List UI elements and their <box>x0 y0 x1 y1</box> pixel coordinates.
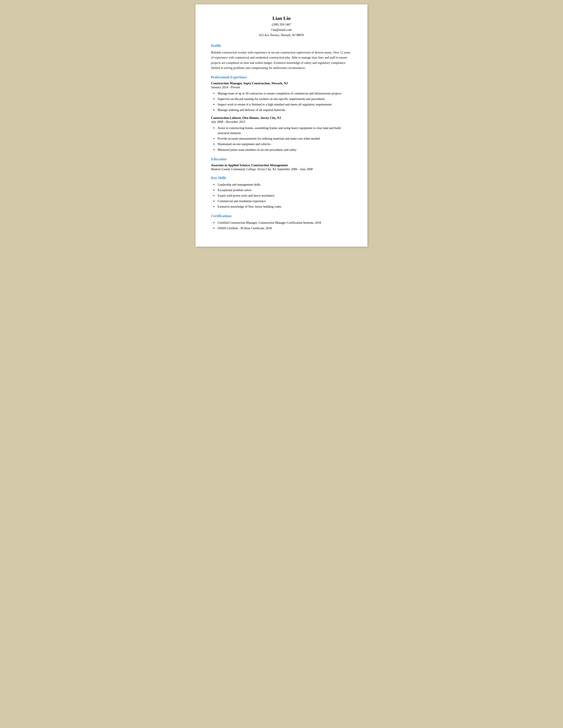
list-item: Commercial and residential experience <box>213 199 352 204</box>
list-item: Maintained on-site equipment and vehicle… <box>213 142 352 147</box>
list-item: Supervise on-the-job training for worker… <box>213 96 352 102</box>
resume-header: Lian Liu (208) 359-1467 l.liu@email.com … <box>211 15 352 38</box>
education-section: Education Associate in Applied Science, … <box>211 157 352 171</box>
certifications-list: Certified Construction Manager, Construc… <box>211 220 352 231</box>
list-item: OSHA Certified - 30 Hour Certificate, 20… <box>213 226 352 231</box>
candidate-address: 652 Ace Terrace, Newark, NJ 98876 <box>259 33 304 37</box>
list-item: Inspect work to ensure it is finished to… <box>213 102 352 107</box>
education-school: Hudson County Community College, Jersey … <box>211 168 352 171</box>
profile-section: Profile Reliable construction worker wit… <box>211 44 352 70</box>
list-item: Certified Construction Manager, Construc… <box>213 220 352 225</box>
professional-experience-title: Professional Experience <box>211 75 352 79</box>
job-2-title: Construction Laborer, Otto Homes, Jersey… <box>211 116 352 120</box>
certifications-title: Certifications <box>211 214 352 218</box>
key-skills-title: Key Skills <box>211 176 352 180</box>
header-contact: (208) 359-1467 l.liu@email.com 652 Ace T… <box>211 22 352 38</box>
education-degree: Associate in Applied Science, Constructi… <box>211 163 352 167</box>
resume-document: Lian Liu (208) 359-1467 l.liu@email.com … <box>196 4 367 247</box>
job-2-bullets: Assist in constructing homes, assembling… <box>211 126 352 152</box>
candidate-email: l.liu@email.com <box>271 28 292 31</box>
list-item: Leadership and management skills <box>213 182 352 187</box>
list-item: Assist in constructing homes, assembling… <box>213 126 352 136</box>
list-item: Provide accurate measurements for orderi… <box>213 136 352 141</box>
list-item: Mentored junior team members in on-site … <box>213 147 352 152</box>
job-2: Construction Laborer, Otto Homes, Jersey… <box>211 116 352 152</box>
profile-text: Reliable construction worker with experi… <box>211 50 352 70</box>
key-skills-section: Key Skills Leadership and management ski… <box>211 176 352 209</box>
job-1: Construction Manager, Septa Construction… <box>211 81 352 113</box>
list-item: Extensive knowledge of New Jersey buildi… <box>213 204 352 209</box>
education-title: Education <box>211 157 352 161</box>
job-1-title: Construction Manager, Septa Construction… <box>211 81 352 85</box>
list-item: Expert with power tools and heavy machin… <box>213 193 352 198</box>
list-item: Exceptional problem solver <box>213 188 352 193</box>
profile-title: Profile <box>211 44 352 48</box>
candidate-phone: (208) 359-1467 <box>272 23 291 26</box>
list-item: Manage ordering and delivery of all requ… <box>213 107 352 113</box>
certifications-section: Certifications Certified Construction Ma… <box>211 214 352 231</box>
job-1-bullets: Manage team of up to 20 contractors to e… <box>211 91 352 113</box>
job-1-date: January 2014 - Present <box>211 86 352 89</box>
key-skills-list: Leadership and management skills Excepti… <box>211 182 352 209</box>
candidate-name: Lian Liu <box>211 15 352 21</box>
job-2-date: July 2008 - December 2013 <box>211 120 352 124</box>
professional-experience-section: Professional Experience Construction Man… <box>211 75 352 152</box>
list-item: Manage team of up to 20 contractors to e… <box>213 91 352 96</box>
